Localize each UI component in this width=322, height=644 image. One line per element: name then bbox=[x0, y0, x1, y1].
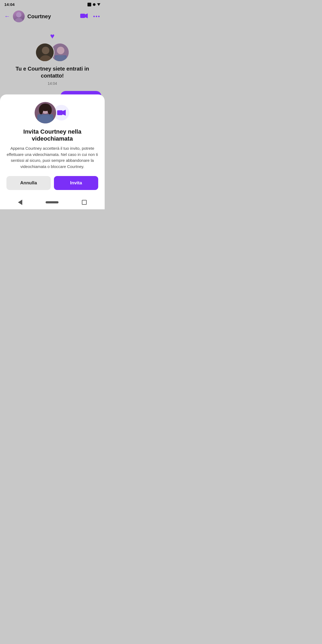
my-avatar-image bbox=[36, 43, 54, 62]
top-nav: ← Courtney ••• bbox=[0, 8, 105, 25]
svg-point-9 bbox=[57, 47, 64, 54]
status-time: 14:04 bbox=[4, 2, 14, 7]
invite-button[interactable]: Invita bbox=[54, 176, 98, 190]
sheet-avatar-image bbox=[35, 102, 56, 123]
sheet-user-avatar bbox=[35, 102, 56, 123]
nav-back-button[interactable] bbox=[18, 200, 22, 205]
contact-name: Courtney bbox=[27, 13, 80, 20]
sheet-buttons: Annulla Invita bbox=[6, 176, 98, 190]
my-avatar bbox=[35, 43, 54, 62]
sheet-avatars bbox=[6, 102, 98, 123]
contact-avatar bbox=[13, 10, 25, 22]
svg-point-18 bbox=[47, 106, 52, 114]
svg-point-1 bbox=[16, 12, 21, 17]
bottom-sheet: Invita Courtney nella videochiamata Appe… bbox=[0, 94, 105, 209]
video-call-button[interactable] bbox=[80, 13, 88, 20]
match-section: ♥ Tu e Courtney siete en bbox=[0, 28, 105, 91]
svg-rect-19 bbox=[57, 110, 63, 115]
heart-icon: ♥ bbox=[50, 32, 55, 41]
match-text: Tu e Courtney siete entrati in contatto! bbox=[6, 65, 98, 79]
svg-marker-4 bbox=[85, 13, 88, 18]
match-avatars bbox=[35, 43, 69, 62]
nav-recents-button[interactable] bbox=[82, 200, 87, 205]
avatar-silhouette bbox=[13, 10, 25, 22]
sheet-description: Appena Courtney accetterà il tuo invito,… bbox=[6, 145, 98, 170]
sheet-video-icon bbox=[57, 109, 66, 116]
avatar-image bbox=[13, 10, 25, 22]
sheet-title: Invita Courtney nella videochiamata bbox=[6, 128, 98, 142]
wifi-icon bbox=[97, 3, 100, 6]
svg-rect-15 bbox=[37, 114, 53, 123]
match-time: 14:04 bbox=[47, 81, 57, 86]
nav-home-button[interactable] bbox=[46, 201, 58, 203]
battery-icon bbox=[87, 3, 91, 6]
more-options-button[interactable]: ••• bbox=[93, 13, 100, 20]
bottom-nav bbox=[6, 196, 98, 209]
status-icons bbox=[87, 3, 100, 6]
nav-actions: ••• bbox=[80, 13, 100, 20]
svg-rect-11 bbox=[55, 55, 67, 62]
video-icon bbox=[80, 13, 88, 19]
svg-point-17 bbox=[39, 106, 43, 114]
svg-point-6 bbox=[42, 47, 49, 54]
back-button[interactable]: ← bbox=[4, 13, 10, 20]
svg-rect-3 bbox=[80, 14, 85, 18]
svg-marker-20 bbox=[63, 110, 66, 116]
status-bar: 14:04 bbox=[0, 0, 105, 8]
signal-icon bbox=[93, 3, 96, 6]
cancel-button[interactable]: Annulla bbox=[6, 176, 51, 190]
